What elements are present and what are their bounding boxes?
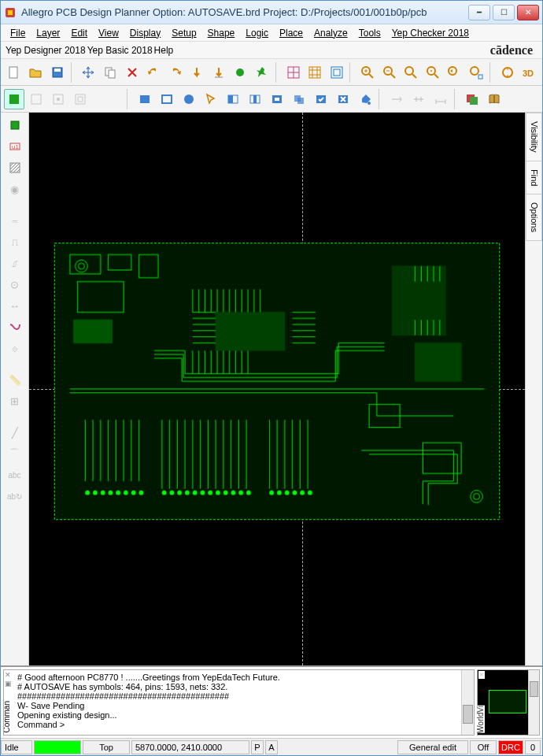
mode-general-button[interactable] (4, 89, 24, 109)
menu-shape[interactable]: Shape (203, 26, 240, 40)
pin-button[interactable] (252, 62, 272, 83)
shape-circle-button[interactable] (179, 89, 199, 109)
svg-text:3D: 3D (523, 69, 534, 78)
lt-route3-icon[interactable]: ⎎ (6, 254, 24, 272)
close-button[interactable]: ✕ (517, 5, 539, 20)
tab-find[interactable]: Find (526, 161, 542, 195)
status-off[interactable]: Off (470, 740, 497, 754)
status-p[interactable]: P (251, 740, 264, 754)
shape-x-button[interactable] (333, 89, 353, 109)
dim-end-button[interactable] (386, 89, 407, 109)
lt-slide-icon[interactable]: ↔ (6, 296, 24, 315)
shape-rect-button[interactable] (157, 89, 177, 109)
lt-custom-icon[interactable]: ⟐ (6, 339, 24, 358)
status-a[interactable]: A (265, 740, 278, 754)
dim-linear-button[interactable] (430, 89, 451, 109)
lt-text-icon[interactable]: abc (6, 465, 24, 484)
lt-chip-icon[interactable] (6, 116, 24, 135)
dim-chain-button[interactable] (408, 89, 429, 109)
menu-display[interactable]: Display (125, 26, 165, 40)
lt-pin-icon[interactable]: ◉ (6, 180, 24, 198)
select-button[interactable] (201, 89, 221, 109)
view-3d-button[interactable]: 3D (519, 62, 539, 83)
lt-hatch-icon[interactable] (6, 158, 24, 177)
svg-point-77 (109, 491, 113, 495)
shape-edit1-button[interactable] (223, 89, 243, 109)
zoom-fit-button[interactable] (401, 62, 422, 83)
tab-options[interactable]: Options (526, 194, 542, 241)
worldview-scrollbar[interactable] (528, 670, 539, 735)
menu-view[interactable]: View (94, 26, 124, 40)
status-mode[interactable]: General edit (397, 740, 468, 754)
menu-analyze[interactable]: Analyze (309, 26, 353, 40)
undo-button[interactable] (143, 62, 164, 83)
shape-check-button[interactable] (311, 89, 331, 109)
delete-button[interactable] (122, 62, 142, 83)
grid3-button[interactable] (327, 62, 347, 83)
save-button[interactable] (47, 62, 68, 83)
console-pin-icon[interactable]: ▣ (5, 680, 12, 687)
lt-via-icon[interactable]: ⊙ (6, 275, 24, 294)
shape-rect-fill-button[interactable] (135, 89, 155, 109)
menu-place[interactable]: Place (275, 26, 308, 40)
menu-yepbasic[interactable]: Yep Basic 2018 (87, 45, 153, 56)
view-reset-button[interactable] (497, 62, 518, 83)
svg-rect-6 (109, 70, 115, 78)
open-file-button[interactable] (26, 62, 46, 83)
console-x-icon[interactable]: ✕ (5, 671, 11, 679)
lt-ruler-icon[interactable]: 📏 (6, 370, 24, 389)
grid2-button[interactable] (305, 62, 325, 83)
command-console[interactable]: ✕ ▣ Comman # Good afternoon PC8770 ! ...… (3, 669, 475, 736)
lt-arc-icon[interactable]: ⌒ (6, 444, 24, 463)
zoom-out-button[interactable] (379, 62, 400, 83)
redo-button[interactable] (165, 62, 186, 83)
menu-logic[interactable]: Logic (241, 26, 273, 40)
menu-yepdesigner[interactable]: Yep Designer 2018 (6, 45, 86, 56)
menu-file[interactable]: File (6, 26, 30, 40)
down-button[interactable] (187, 62, 208, 83)
shape-edit2-button[interactable] (245, 89, 265, 109)
status-layer[interactable]: Top (83, 740, 130, 754)
zoom-center-button[interactable] (423, 62, 443, 83)
lt-diff-icon[interactable] (6, 317, 24, 336)
lt-line-icon[interactable]: ╱ (6, 423, 24, 442)
minimize-button[interactable]: ━ (468, 5, 490, 20)
zoom-in-button[interactable] (357, 62, 378, 83)
zoom-prev-button[interactable] (445, 62, 465, 83)
fill-bucket-button[interactable] (355, 89, 375, 109)
move-button[interactable] (79, 62, 99, 83)
mode-etch-button[interactable] (26, 89, 46, 109)
mode-place-button[interactable] (48, 89, 68, 109)
lt-snap-icon[interactable]: ⊞ (6, 391, 24, 410)
shape-void-button[interactable] (267, 89, 287, 109)
book-button[interactable] (484, 89, 504, 109)
menu-help[interactable]: Help (154, 45, 174, 56)
console-scrollbar[interactable] (461, 670, 474, 735)
flag-button[interactable] (231, 62, 251, 83)
menu-setup[interactable]: Setup (167, 26, 201, 40)
lt-route2-icon[interactable]: ⎍ (6, 232, 24, 251)
worldview-x-icon[interactable]: ✕ (478, 671, 485, 679)
scrollbar-thumb[interactable] (463, 705, 473, 724)
menu-tools[interactable]: Tools (354, 26, 386, 40)
tab-visibility[interactable]: Visibility (526, 113, 542, 161)
status-drc[interactable]: DRC (498, 740, 523, 754)
maximize-button[interactable]: ☐ (493, 5, 515, 20)
menu-layer[interactable]: Layer (31, 26, 65, 40)
mode-shape-button[interactable] (70, 89, 90, 109)
menu-yepchecker[interactable]: Yep Checker 2018 (387, 26, 474, 40)
zoom-sel-button[interactable] (466, 62, 486, 83)
scrollbar-thumb[interactable] (530, 681, 538, 697)
menu-edit[interactable]: Edit (66, 26, 92, 40)
new-file-button[interactable] (4, 62, 24, 83)
copy-button[interactable] (100, 62, 120, 83)
shape-merge-button[interactable] (289, 89, 309, 109)
layers-button[interactable] (462, 89, 482, 109)
lt-text2-icon[interactable]: ab↻ (6, 487, 24, 506)
down2-button[interactable] (209, 62, 229, 83)
lt-symbol-icon[interactable]: u1 (6, 137, 24, 156)
lt-route1-icon[interactable]: ⎓ (6, 211, 24, 230)
design-canvas[interactable] (29, 113, 525, 665)
grid1-button[interactable] (283, 62, 304, 83)
worldview-panel[interactable]: ✕ WorldVi (477, 669, 540, 736)
